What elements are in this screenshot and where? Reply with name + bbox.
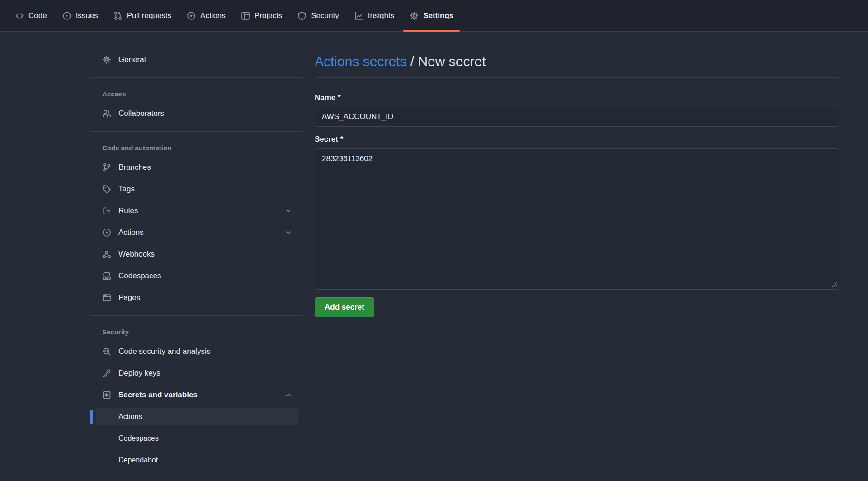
secret-value-label: Secret * bbox=[315, 134, 839, 145]
code-icon bbox=[15, 11, 24, 20]
codespaces-icon bbox=[102, 271, 111, 281]
tab-security[interactable]: Security bbox=[297, 0, 339, 31]
sidebar-item-label: Branches bbox=[118, 163, 151, 172]
sidebar-section-access: Access bbox=[90, 85, 303, 103]
breadcrumb-separator: / bbox=[410, 54, 414, 69]
sidebar-item-label: Pages bbox=[118, 293, 140, 302]
play-icon bbox=[102, 228, 111, 237]
rules-icon bbox=[102, 206, 111, 215]
key-icon bbox=[102, 369, 111, 378]
secret-name-label: Name * bbox=[315, 92, 839, 103]
sidebar-subitem-codespaces[interactable]: Codespaces bbox=[90, 428, 303, 449]
sidebar-item-general[interactable]: General bbox=[90, 49, 303, 71]
sidebar-item-code-security[interactable]: Code security and analysis bbox=[90, 341, 303, 362]
tab-pull-requests[interactable]: Pull requests bbox=[113, 0, 171, 31]
add-secret-button[interactable]: Add secret bbox=[315, 297, 374, 317]
tab-label: Issues bbox=[76, 11, 98, 20]
chevron-up-icon bbox=[284, 391, 292, 399]
sidebar-subitem-label: Codespaces bbox=[118, 434, 159, 443]
tab-label: Insights bbox=[368, 11, 395, 20]
sidebar-item-label: Collaborators bbox=[118, 109, 164, 118]
secret-value-wrap: 283236113602 bbox=[315, 148, 839, 290]
sidebar-item-rules[interactable]: Rules bbox=[90, 200, 303, 222]
sidebar-divider bbox=[90, 315, 303, 316]
issue-opened-icon bbox=[62, 11, 71, 20]
shield-icon bbox=[297, 11, 307, 20]
sidebar-item-label: Tags bbox=[118, 185, 135, 194]
sidebar-item-pages[interactable]: Pages bbox=[90, 287, 303, 309]
people-icon bbox=[102, 109, 111, 118]
tab-label: Actions bbox=[200, 11, 226, 20]
chevron-down-icon bbox=[284, 229, 292, 237]
sidebar-item-label: Codespaces bbox=[118, 271, 161, 281]
title-divider bbox=[315, 77, 839, 78]
page-title-breadcrumb: Actions secrets / New secret bbox=[315, 51, 839, 72]
sidebar-item-label: Webhooks bbox=[118, 250, 155, 259]
sidebar-item-label: Rules bbox=[118, 206, 138, 215]
browser-icon bbox=[102, 293, 111, 302]
sidebar-item-label: Secrets and variables bbox=[118, 391, 198, 400]
tab-label: Code bbox=[28, 11, 47, 20]
play-icon bbox=[187, 11, 196, 20]
secret-name-input[interactable] bbox=[315, 107, 839, 127]
sidebar-item-collaborators[interactable]: Collaborators bbox=[90, 103, 303, 124]
breadcrumb-current: New secret bbox=[418, 54, 486, 69]
sidebar-subitem-label: Actions bbox=[118, 413, 142, 421]
chevron-down-icon bbox=[284, 207, 292, 215]
git-branch-icon bbox=[102, 163, 111, 172]
sidebar-item-tags[interactable]: Tags bbox=[90, 178, 303, 200]
sidebar-subitem-label: Dependabot bbox=[118, 456, 158, 464]
code-scan-icon bbox=[102, 347, 111, 356]
tab-code[interactable]: Code bbox=[15, 0, 47, 31]
tab-label: Pull requests bbox=[127, 11, 171, 20]
git-pull-request-icon bbox=[113, 11, 123, 20]
sidebar-item-deploy-keys[interactable]: Deploy keys bbox=[90, 362, 303, 384]
sidebar-subitem-dependabot[interactable]: Dependabot bbox=[90, 449, 303, 471]
sidebar-divider bbox=[90, 478, 303, 478]
tab-label: Security bbox=[311, 11, 339, 20]
tab-settings[interactable]: Settings bbox=[410, 0, 453, 31]
tab-issues[interactable]: Issues bbox=[62, 0, 98, 31]
sidebar-item-label: General bbox=[118, 55, 146, 64]
gear-icon bbox=[102, 55, 111, 64]
asterisk-box-icon bbox=[102, 391, 111, 400]
sidebar-item-webhooks[interactable]: Webhooks bbox=[90, 243, 303, 265]
breadcrumb-actions-secrets-link[interactable]: Actions secrets bbox=[315, 54, 406, 69]
selected-indicator-bar bbox=[90, 410, 93, 424]
sidebar-item-branches[interactable]: Branches bbox=[90, 157, 303, 178]
main-content: Actions secrets / New secret Name * Secr… bbox=[315, 51, 839, 317]
sidebar-item-codespaces[interactable]: Codespaces bbox=[90, 265, 303, 287]
sidebar-item-label: Deploy keys bbox=[118, 369, 160, 378]
sidebar-divider bbox=[90, 77, 303, 78]
tab-label: Settings bbox=[423, 11, 453, 20]
sidebar-item-label: Code security and analysis bbox=[118, 347, 210, 356]
sidebar-item-label: Actions bbox=[118, 228, 144, 237]
tag-icon bbox=[102, 185, 111, 194]
gear-icon bbox=[410, 11, 419, 20]
sidebar-subitem-actions[interactable]: Actions bbox=[90, 406, 303, 428]
tab-label: Projects bbox=[255, 11, 282, 20]
resize-grip-icon[interactable] bbox=[831, 282, 837, 288]
tab-insights[interactable]: Insights bbox=[354, 0, 395, 31]
tab-actions[interactable]: Actions bbox=[187, 0, 226, 31]
repo-nav: Code Issues Pull requests Actions Projec… bbox=[0, 0, 868, 32]
webhook-icon bbox=[102, 250, 111, 259]
sidebar-item-secrets-and-variables[interactable]: Secrets and variables bbox=[90, 384, 303, 406]
sidebar-divider bbox=[90, 131, 303, 132]
sidebar-section-security: Security bbox=[90, 323, 303, 341]
sidebar-section-code-automation: Code and automation bbox=[90, 138, 303, 157]
graph-icon bbox=[354, 11, 363, 20]
tab-projects[interactable]: Projects bbox=[241, 0, 282, 31]
secret-value-textarea[interactable]: 283236113602 bbox=[315, 148, 839, 290]
table-icon bbox=[241, 11, 250, 20]
settings-sidebar: General Access Collaborators Code and au… bbox=[90, 49, 303, 481]
active-tab-underline bbox=[403, 30, 460, 32]
sidebar-item-actions[interactable]: Actions bbox=[90, 222, 303, 243]
